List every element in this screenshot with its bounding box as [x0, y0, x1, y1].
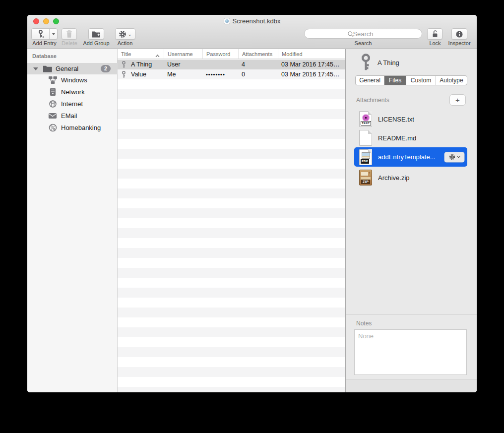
- chevron-down-icon: [457, 156, 460, 158]
- column-header-password[interactable]: Password: [202, 49, 238, 59]
- column-header-attachments[interactable]: Attachments: [238, 49, 278, 59]
- entry-count-badge: 2: [101, 65, 111, 72]
- divider: [346, 314, 477, 314]
- inspector-entry-title: A Thing: [378, 59, 399, 66]
- tab-files[interactable]: Files: [384, 76, 406, 85]
- sidebar-item-label: General: [56, 65, 78, 72]
- sidebar-item-label: Windows: [61, 76, 87, 84]
- action-button[interactable]: ⌄: [115, 28, 135, 40]
- action-label: Action: [113, 40, 137, 46]
- attachment-name: README.md: [378, 134, 416, 142]
- window-chrome: Screenshot.kdbx Add Entry Delete Add Gro…: [27, 15, 477, 49]
- notes-section-label: Notes: [356, 320, 372, 327]
- inspector-footer: [346, 379, 477, 392]
- app-window: Screenshot.kdbx Add Entry Delete Add Gro…: [27, 15, 477, 392]
- table-header: Title Username Password Attachments Modi…: [118, 49, 345, 59]
- tab-custom[interactable]: Custom: [406, 76, 436, 85]
- sidebar-item-network[interactable]: Network: [27, 86, 118, 97]
- entry-modified: 03 Mar 2016 17:45…: [278, 61, 345, 68]
- inspector-label: Inspector: [444, 40, 475, 46]
- entry-attachments-count: 4: [238, 61, 278, 68]
- delete-button[interactable]: [62, 28, 77, 40]
- globe-icon: [48, 100, 58, 108]
- inspector-tab-bar: General Files Custom Autotype: [355, 75, 467, 85]
- info-icon: [455, 30, 463, 38]
- key-plus-icon: [37, 30, 44, 38]
- key-icon: [121, 61, 126, 68]
- entry-title: A Thing: [131, 61, 152, 68]
- attachment-name: addEntryTemplate....: [378, 153, 435, 161]
- group-sidebar: Database General 2 Windows Network: [27, 49, 118, 392]
- attachment-action-button[interactable]: [444, 152, 464, 162]
- search-field: [304, 29, 422, 39]
- entry-attachments-count: 0: [238, 71, 278, 78]
- sidebar-item-internet[interactable]: Internet: [27, 98, 118, 109]
- sidebar-item-label: Network: [61, 88, 85, 96]
- tab-autotype[interactable]: Autotype: [436, 76, 467, 85]
- percent-icon: [48, 124, 58, 132]
- entry-table: Title Username Password Attachments Modi…: [118, 49, 345, 392]
- envelope-icon: [48, 113, 58, 119]
- notes-input[interactable]: [354, 329, 467, 375]
- sidebar-section-header: Database: [32, 53, 57, 59]
- add-group-button[interactable]: [88, 28, 104, 40]
- attachment-row[interactable]: + ZIP Archive.zip: [354, 168, 467, 187]
- entry-title: Value: [131, 71, 146, 78]
- text-file-icon: TEXT: [359, 111, 372, 127]
- sort-ascending-icon: [155, 53, 160, 59]
- delete-label: Delete: [57, 40, 82, 46]
- lock-button[interactable]: [427, 28, 442, 40]
- pdf-file-icon: PDF: [359, 149, 372, 165]
- inspector-button[interactable]: [451, 28, 467, 40]
- attachment-row[interactable]: TEXT LICENSE.txt: [354, 110, 467, 128]
- attachments-section-label: Attachments: [356, 97, 389, 104]
- attachment-name: LICENSE.txt: [378, 116, 414, 123]
- window-title-text: Screenshot.kdbx: [233, 17, 281, 25]
- folder-plus-icon: [92, 31, 101, 38]
- add-entry-button[interactable]: [31, 28, 58, 40]
- attachment-row-selected[interactable]: PDF addEntryTemplate....: [354, 147, 467, 167]
- chevron-down-icon: ⌄: [127, 32, 132, 37]
- column-header-username[interactable]: Username: [164, 49, 202, 59]
- folder-icon: [43, 65, 52, 72]
- add-entry-label: Add Entry: [31, 40, 58, 46]
- table-row[interactable]: Value Me •••••••• 0 03 Mar 2016 17:45…: [118, 69, 345, 79]
- entry-username: User: [164, 61, 202, 68]
- document-proxy-icon: [224, 18, 230, 24]
- gear-icon: [449, 154, 455, 160]
- disclosure-triangle-icon[interactable]: [33, 67, 38, 70]
- entry-password: ••••••••: [202, 71, 238, 77]
- add-attachment-button[interactable]: +: [449, 94, 466, 106]
- entry-modified: 03 Mar 2016 17:45…: [278, 71, 345, 78]
- sidebar-item-label: Internet: [61, 100, 83, 108]
- table-empty-stripes: [118, 79, 345, 392]
- column-header-modified[interactable]: Modified: [278, 49, 345, 59]
- tab-general[interactable]: General: [356, 76, 384, 85]
- attachment-row[interactable]: README.md: [354, 128, 467, 147]
- search-input[interactable]: [305, 30, 422, 39]
- sidebar-item-homebanking[interactable]: Homebanking: [27, 122, 118, 133]
- sidebar-item-label: EMail: [61, 112, 77, 120]
- unlocked-padlock-icon: [431, 30, 439, 38]
- inspector-panel: A Thing General Files Custom Autotype At…: [345, 49, 477, 392]
- entry-username: Me: [164, 71, 202, 78]
- server-icon: [48, 88, 58, 96]
- table-row[interactable]: A Thing User 4 03 Mar 2016 17:45…: [118, 60, 345, 69]
- zip-file-icon: + ZIP: [359, 170, 372, 186]
- sidebar-item-windows[interactable]: Windows: [27, 74, 118, 85]
- add-group-label: Add Group: [82, 40, 111, 46]
- column-header-title[interactable]: Title: [118, 49, 164, 59]
- sidebar-item-general[interactable]: General 2: [27, 63, 118, 74]
- trash-icon: [65, 30, 73, 38]
- sidebar-item-label: Homebanking: [61, 124, 101, 131]
- document-file-icon: [359, 130, 372, 146]
- sidebar-item-email[interactable]: EMail: [27, 110, 118, 121]
- key-icon: [121, 71, 126, 78]
- window-title: Screenshot.kdbx: [27, 17, 477, 25]
- search-label: Search: [304, 40, 422, 46]
- attachment-name: Archive.zip: [378, 174, 410, 182]
- add-entry-dropdown[interactable]: [49, 29, 57, 39]
- key-icon: [359, 54, 373, 73]
- gear-icon: [119, 30, 126, 38]
- network-computers-icon: [48, 76, 58, 84]
